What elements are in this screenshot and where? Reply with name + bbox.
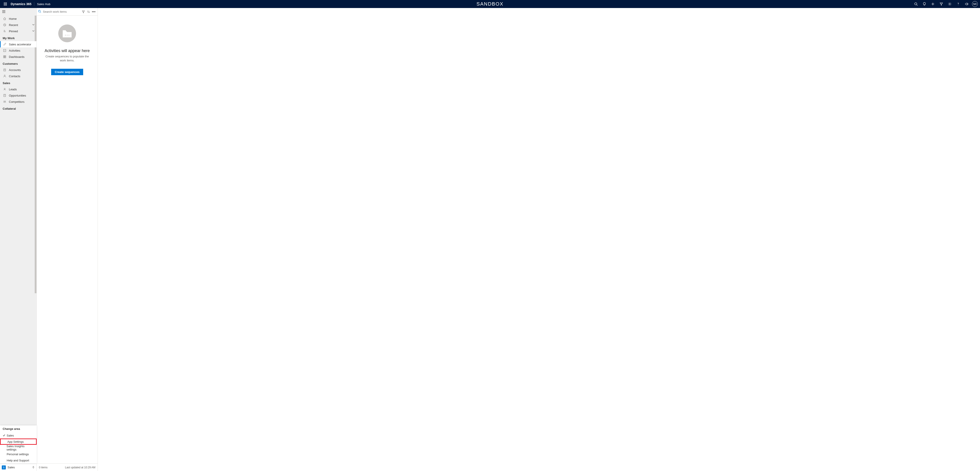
gear-icon xyxy=(948,2,951,6)
person-icon xyxy=(3,75,8,78)
area-current-label: Sales xyxy=(8,466,15,469)
svg-point-31 xyxy=(4,101,5,102)
nav-group-collateral: Collateral xyxy=(0,105,37,112)
area-badge: S xyxy=(2,465,6,469)
nav-home[interactable]: Home xyxy=(0,16,37,22)
nav-sales-accelerator[interactable]: Sales accelerator xyxy=(0,41,37,47)
svg-line-10 xyxy=(916,5,918,6)
dashboard-icon xyxy=(3,55,8,58)
nav-collapse-button[interactable] xyxy=(2,10,6,14)
svg-point-33 xyxy=(38,10,40,12)
svg-rect-19 xyxy=(3,49,6,52)
chevron-down-icon xyxy=(32,29,35,33)
global-header: Dynamics 365 Sales Hub SANDBOX NR xyxy=(0,0,980,8)
sort-icon xyxy=(87,10,90,13)
svg-point-3 xyxy=(4,4,5,5)
svg-rect-35 xyxy=(63,30,66,32)
area-option-label: Sales xyxy=(7,434,14,437)
svg-point-37 xyxy=(67,35,68,35)
empty-subtitle: Create sequences to populate the work it… xyxy=(43,54,92,62)
change-area-flyout: Change area Sales App Settings Sales Ins… xyxy=(0,425,37,463)
work-sort-button[interactable] xyxy=(86,10,91,13)
nav-scrollbar[interactable] xyxy=(35,16,37,293)
funnel-icon xyxy=(82,10,85,13)
work-item-count: 0 items xyxy=(39,466,48,469)
area-option-label: Help and Support xyxy=(7,459,29,462)
work-filter-button[interactable] xyxy=(81,10,86,13)
work-items-pane: ••• Activities will appear here Create s… xyxy=(37,8,98,471)
nav-dashboards[interactable]: Dashboards xyxy=(0,54,37,60)
area-option-help[interactable]: Help and Support xyxy=(0,457,37,463)
nav-label: Contacts xyxy=(9,75,20,78)
empty-title: Activities will appear here xyxy=(45,48,90,53)
pin-icon xyxy=(3,30,8,33)
nav-opportunities[interactable]: Opportunities xyxy=(0,92,37,99)
search-icon xyxy=(914,2,918,6)
app-name[interactable]: Sales Hub xyxy=(37,2,50,6)
app-body: Home Recent Pinned My Work Sales acceler… xyxy=(0,8,980,471)
competitors-icon xyxy=(3,100,8,103)
nav-recent[interactable]: Recent xyxy=(0,22,37,28)
clock-icon xyxy=(3,23,8,27)
svg-point-32 xyxy=(5,101,6,102)
search-icon xyxy=(38,10,41,14)
work-last-updated: Last updated at 10:29 AM xyxy=(65,466,95,469)
area-option-personal[interactable]: Personal settings xyxy=(0,451,37,457)
nav-pinned[interactable]: Pinned xyxy=(0,28,37,34)
share-button[interactable] xyxy=(963,0,970,8)
user-avatar[interactable]: NR xyxy=(972,1,978,7)
empty-illustration xyxy=(58,24,76,42)
nav-leads[interactable]: Leads xyxy=(0,86,37,92)
product-name[interactable]: Dynamics 365 xyxy=(11,2,31,6)
work-toolbar: ••• xyxy=(37,8,98,16)
nav-accounts[interactable]: Accounts xyxy=(0,67,37,73)
nav-activities[interactable]: Activities xyxy=(0,47,37,54)
header-right: NR xyxy=(912,0,980,8)
more-icon: ••• xyxy=(92,10,95,14)
nav-label: Sales accelerator xyxy=(9,43,31,46)
search-button[interactable] xyxy=(912,0,920,8)
nav-label: Leads xyxy=(9,88,17,91)
nav-competitors[interactable]: Competitors xyxy=(0,99,37,105)
svg-point-27 xyxy=(4,75,5,76)
nav-label: Pinned xyxy=(9,30,18,33)
area-switcher[interactable]: S Sales xyxy=(0,463,37,471)
home-icon xyxy=(3,17,8,20)
settings-button[interactable] xyxy=(946,0,954,8)
assistant-button[interactable] xyxy=(920,0,928,8)
new-button[interactable] xyxy=(929,0,937,8)
help-button[interactable] xyxy=(954,0,962,8)
svg-point-9 xyxy=(915,3,917,5)
nav-label: Competitors xyxy=(9,100,24,104)
nav-group-sales: Sales xyxy=(0,79,37,86)
app-launcher-button[interactable] xyxy=(2,0,10,8)
svg-rect-22 xyxy=(3,57,5,58)
chevron-down-icon xyxy=(32,23,35,27)
area-option-sales[interactable]: Sales xyxy=(0,432,37,439)
nav-label: Home xyxy=(9,17,17,21)
global-filter-button[interactable] xyxy=(937,0,945,8)
funnel-icon xyxy=(940,2,943,6)
question-icon xyxy=(956,2,960,6)
svg-point-36 xyxy=(65,35,66,35)
megaphone-icon xyxy=(965,2,969,6)
nav-label: Opportunities xyxy=(9,94,26,97)
opportunity-icon xyxy=(3,94,8,97)
header-left: Dynamics 365 Sales Hub xyxy=(0,0,50,8)
nav-label: Recent xyxy=(9,23,18,27)
work-more-button[interactable]: ••• xyxy=(91,10,96,14)
main-content xyxy=(98,8,980,471)
create-sequences-button[interactable]: Create sequences xyxy=(51,69,83,75)
svg-point-14 xyxy=(958,5,958,5)
svg-point-0 xyxy=(4,3,5,3)
nav-contacts[interactable]: Contacts xyxy=(0,73,37,79)
area-option-app-settings[interactable]: App Settings xyxy=(0,439,37,445)
building-icon xyxy=(3,68,8,72)
environment-badge: SANDBOX xyxy=(477,1,504,7)
work-search-input[interactable] xyxy=(43,10,81,14)
work-empty-state: Activities will appear here Create seque… xyxy=(37,16,98,463)
checklist-icon xyxy=(3,49,8,52)
nav-label: Accounts xyxy=(9,68,21,72)
area-option-insights[interactable]: Sales Insights settings xyxy=(0,445,37,451)
svg-rect-23 xyxy=(5,57,6,58)
